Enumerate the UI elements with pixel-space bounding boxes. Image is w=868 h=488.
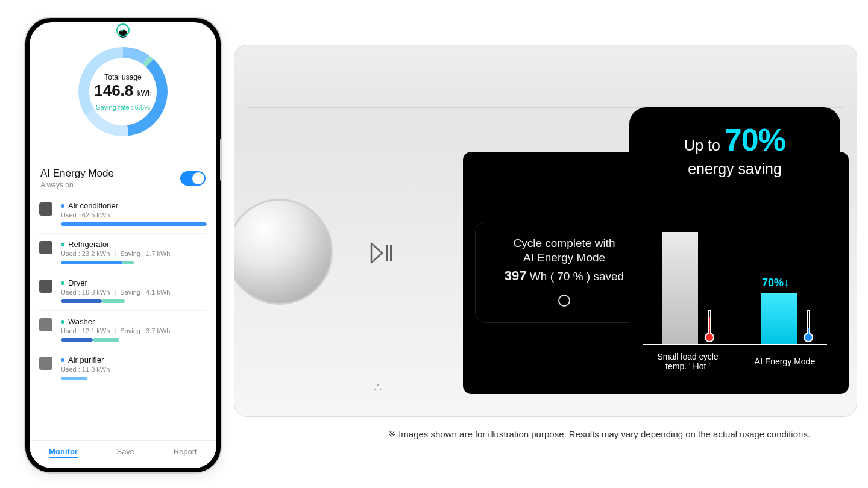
air-purifier-icon: [39, 357, 52, 370]
svg-rect-0: [386, 245, 388, 261]
callout-prefix: Up to: [684, 137, 725, 154]
usage-donut: ✓ Total usage 146.8 kWh Saving rate : 6.…: [30, 22, 216, 161]
appliance-bar: [61, 261, 207, 264]
energy-saving-callout: Up to 70% energy saving 70%↓ Smal: [629, 107, 840, 375]
refrigerator-icon: [39, 241, 52, 254]
appliance-sub: Used : 12.1 kWh | Saving : 3.7 kWh: [61, 327, 207, 334]
bottom-tabs: Monitor Save Report: [30, 440, 216, 465]
phone-screen: ✓ Total usage 146.8 kWh Saving rate : 6.…: [30, 22, 216, 468]
appliance-name: Washer: [61, 317, 207, 326]
appliance-row[interactable]: WasherUsed : 12.1 kWh | Saving : 3.7 kWh: [39, 310, 207, 349]
callout-pct: 70%: [725, 122, 785, 157]
indicator-dots-icon: ∴: [374, 380, 384, 395]
thermometer-hot-icon: [704, 310, 715, 342]
appliance-row[interactable]: Air conditionerUsed : 62.5 kWh: [39, 195, 207, 233]
tab-monitor[interactable]: Monitor: [49, 447, 78, 458]
callout-suffix: energy saving: [688, 160, 782, 177]
footnote-text: ※ Images shown are for illustration purp…: [388, 429, 810, 439]
home-circle-icon[interactable]: [558, 295, 570, 307]
phone-side-button: [220, 139, 222, 181]
reduction-label: 70%↓: [762, 277, 789, 289]
appliance-sub: Used : 62.5 kWh: [61, 211, 207, 219]
ai-mode-toggle[interactable]: [180, 171, 206, 186]
appliance-row[interactable]: Air purifierUsed : 11.8 kWh: [39, 349, 207, 387]
callout-headline: Up to 70% energy saving: [643, 120, 827, 178]
play-pause-icon[interactable]: [368, 240, 394, 266]
appliance-name: Air purifier: [61, 355, 207, 364]
cycle-pct-text: ( 70 % ) saved: [550, 270, 624, 283]
cycle-line-3: 397 Wh ( 70 % ) saved: [486, 268, 642, 284]
bar-hot-rect: [662, 232, 698, 344]
footnote: ※ Images shown are for illustration purp…: [386, 429, 810, 440]
svg-rect-1: [390, 245, 392, 261]
cycle-wh-number: 397: [505, 268, 527, 283]
appliance-row[interactable]: DryerUsed : 16.8 kWh | Saving : 4.1 kWh: [39, 272, 207, 310]
appliance-row[interactable]: RefrigeratorUsed : 23.2 kWh | Saving : 1…: [39, 233, 207, 272]
cycle-wh-unit: Wh: [530, 270, 547, 283]
phone-frame: ✓ Total usage 146.8 kWh Saving rate : 6.…: [24, 17, 222, 474]
check-icon: ✓: [116, 23, 130, 37]
chart-labels: Small load cycle temp. ' Hot ' AI Energy…: [643, 352, 827, 371]
donut-label: Total usage: [94, 73, 152, 81]
appliance-bar: [61, 338, 207, 342]
chart-axis: [643, 344, 827, 345]
bar-ai-rect: [761, 293, 797, 344]
donut-saving-rate: Saving rate : 6.5%: [94, 104, 152, 111]
thermometer-cold-icon: [803, 310, 814, 342]
ai-mode-subtitle: Always on: [40, 181, 114, 189]
mini-bar-chart: 70%↓: [643, 198, 827, 345]
appliance-name: Air conditioner: [61, 201, 207, 210]
appliance-list: Air conditionerUsed : 62.5 kWhRefrigerat…: [30, 193, 216, 387]
donut-center: Total usage 146.8 kWh Saving rate : 6.5%: [94, 73, 152, 111]
appliance-sub: Used : 16.8 kWh | Saving : 4.1 kWh: [61, 289, 207, 296]
appliance-name: Refrigerator: [61, 240, 207, 249]
appliance-bar: [61, 222, 207, 226]
ai-energy-mode-row: AI Energy Mode Always on: [30, 161, 216, 193]
stage: ✓ Total usage 146.8 kWh Saving rate : 6.…: [0, 0, 868, 488]
appliance-bar: [61, 299, 207, 303]
appliance-bar: [61, 377, 207, 380]
appliance-name: Dryer: [61, 278, 207, 287]
washer-icon: [39, 318, 52, 331]
bar2-label: AI Energy Mode: [743, 352, 827, 371]
air-conditioner-icon: [39, 202, 52, 216]
donut-value: 146.8: [94, 81, 133, 99]
ai-mode-title: AI Energy Mode: [40, 167, 114, 180]
appliance-sub: Used : 11.8 kWh: [61, 366, 207, 373]
cycle-line-1: Cycle complete with: [486, 237, 642, 250]
cycle-complete-card: Cycle complete with AI Energy Mode 397 W…: [475, 222, 653, 323]
bar1-label-b: temp. ' Hot ': [643, 361, 733, 371]
dryer-icon: [39, 280, 52, 293]
bar1-label-a: Small load cycle: [643, 352, 733, 361]
tab-save[interactable]: Save: [116, 447, 134, 458]
tab-report[interactable]: Report: [174, 447, 197, 458]
cycle-line-2: AI Energy Mode: [486, 251, 642, 264]
speech-pointer-icon: [616, 189, 632, 213]
appliance-sub: Used : 23.2 kWh | Saving : 1.7 kWh: [61, 250, 207, 257]
donut-unit: kWh: [137, 89, 152, 98]
